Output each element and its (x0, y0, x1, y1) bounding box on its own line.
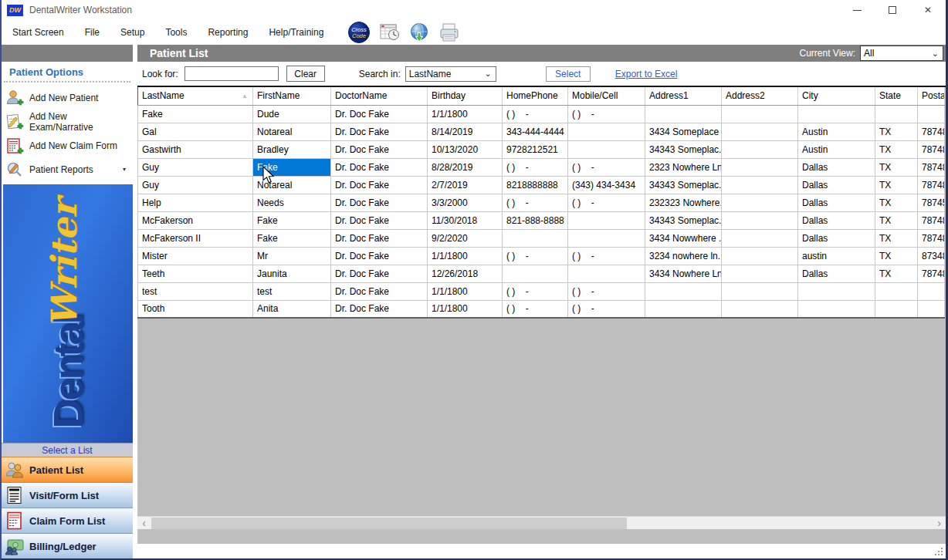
cell[interactable]: TX (875, 229, 918, 247)
cell[interactable] (645, 300, 722, 318)
cell[interactable]: Guy (138, 158, 253, 176)
nav-claim-form-list[interactable]: Claim Form List (2, 508, 133, 533)
sidebar-item-add-new-patient[interactable]: Add New Patient (2, 86, 133, 110)
look-for-input[interactable] (185, 66, 279, 81)
cell[interactable] (568, 123, 645, 140)
cell[interactable]: Dallas (798, 211, 875, 229)
cell[interactable]: Mister (138, 247, 253, 265)
cell[interactable]: Dallas (798, 265, 875, 282)
col-header-firstname[interactable]: FirstName (253, 87, 331, 105)
scrollbar-thumb[interactable] (151, 518, 627, 529)
cell[interactable] (722, 140, 798, 158)
scheduler-icon[interactable] (379, 22, 401, 43)
sidebar-item-patient-reports[interactable]: Patient Reports ▾ (2, 157, 133, 181)
cell[interactable]: ( ) - (568, 300, 645, 318)
cell[interactable]: 78748 (918, 265, 945, 282)
export-to-excel-link[interactable]: Export to Excel (615, 69, 678, 79)
cell[interactable]: 9728212521 (503, 140, 568, 158)
cell[interactable]: test (138, 282, 253, 300)
cell[interactable]: 3434 Someplace ... (645, 123, 722, 140)
cell[interactable]: 3/3/2000 (428, 194, 503, 211)
cell[interactable] (722, 158, 798, 176)
cell[interactable]: Dr. Doc Fake (331, 247, 428, 265)
nav-billing-ledger[interactable]: Billing/Ledger (2, 533, 133, 558)
cell[interactable]: Dallas (798, 194, 875, 211)
menu-setup[interactable]: Setup (120, 27, 144, 38)
cell[interactable]: TX (875, 211, 918, 229)
cell[interactable] (722, 247, 798, 265)
cell[interactable]: TX (875, 265, 918, 282)
cell[interactable]: Gal (138, 123, 253, 140)
cell[interactable]: (343) 434-3434 (568, 176, 645, 194)
cell[interactable]: Austin (798, 123, 875, 140)
cell[interactable] (568, 140, 645, 158)
cell[interactable] (798, 105, 875, 123)
cell[interactable]: 78748 (918, 123, 945, 140)
cell[interactable]: 3434 Nowhere Ln. (645, 265, 722, 282)
cell[interactable]: ( ) - (503, 247, 568, 265)
cell[interactable]: Notareal (253, 123, 331, 140)
cell[interactable]: ( ) - (503, 194, 568, 211)
cell[interactable]: Dr. Doc Fake (331, 176, 428, 194)
col-header-lastname[interactable]: LastName▲ (138, 87, 253, 105)
search-in-select[interactable]: LastName ⌄ (405, 66, 496, 82)
cell[interactable]: 34343 Someplac... (645, 140, 722, 158)
cell[interactable]: TX (875, 140, 918, 158)
cell[interactable]: Help (138, 194, 253, 211)
cell[interactable]: 9/2/2020 (428, 229, 503, 247)
scroll-left-button[interactable]: ‹ (137, 517, 151, 529)
cell[interactable] (722, 105, 798, 123)
cell[interactable]: Dr. Doc Fake (331, 229, 428, 247)
cell[interactable]: TX (875, 123, 918, 140)
minimize-button[interactable] (839, 0, 875, 20)
cell[interactable]: Gastwirth (138, 140, 253, 158)
cell[interactable]: 78748 (918, 176, 945, 194)
cell[interactable]: 232323 Nowhere... (645, 194, 722, 211)
cell[interactable]: austin (798, 247, 875, 265)
cell[interactable] (875, 282, 918, 300)
cell[interactable]: ( ) - (503, 282, 568, 300)
cell[interactable]: Dallas (798, 158, 875, 176)
cell[interactable]: Notareal (253, 176, 331, 194)
cell[interactable]: Dr. Doc Fake (331, 282, 428, 300)
cell[interactable]: ( ) - (568, 194, 645, 211)
cell[interactable]: Dr. Doc Fake (331, 211, 428, 229)
cell[interactable]: TX (875, 247, 918, 265)
cell[interactable]: 34343 Someplac... (645, 176, 722, 194)
sidebar-item-add-new-claim-form[interactable]: Add New Claim Form (2, 133, 133, 157)
menu-file[interactable]: File (85, 27, 100, 38)
cell[interactable] (798, 300, 875, 318)
menu-reporting[interactable]: Reporting (208, 27, 248, 38)
cell[interactable]: TX (875, 194, 918, 211)
cell[interactable]: Tooth (138, 300, 253, 318)
maximize-button[interactable] (875, 0, 910, 20)
cell[interactable] (645, 282, 722, 300)
cell[interactable]: Bradley (253, 140, 331, 158)
cell[interactable]: 78748 (918, 158, 945, 176)
cell[interactable] (568, 229, 645, 247)
cell[interactable]: ( ) - (503, 105, 568, 123)
cell[interactable] (722, 176, 798, 194)
cell[interactable]: ( ) - (503, 158, 568, 176)
cell[interactable]: 3234 nowhere ln. (645, 247, 722, 265)
cell[interactable]: 10/13/2020 (428, 140, 503, 158)
col-header-state[interactable]: State (875, 87, 918, 105)
cell[interactable]: 78745 (918, 194, 945, 211)
menu-help-training[interactable]: Help/Training (269, 27, 323, 38)
cell[interactable]: Austin (798, 140, 875, 158)
menu-start-screen[interactable]: Start Screen (12, 27, 64, 38)
cell[interactable]: test (253, 282, 331, 300)
cell[interactable] (503, 265, 568, 282)
cell[interactable]: 8/14/2019 (428, 123, 503, 140)
cell[interactable]: 821-888-8888 (503, 211, 568, 229)
clear-button[interactable]: Clear (286, 66, 325, 82)
cell[interactable]: 78748 (918, 140, 945, 158)
cell[interactable] (645, 105, 722, 123)
cell[interactable]: Dallas (798, 229, 875, 247)
horizontal-scrollbar[interactable]: ‹ › (137, 516, 946, 529)
col-header-postal[interactable]: Posta (918, 87, 945, 105)
col-header-city[interactable]: City (798, 87, 875, 105)
select-button[interactable]: Select (546, 66, 591, 82)
cell[interactable]: 2/7/2019 (428, 176, 503, 194)
scroll-right-button[interactable]: › (933, 517, 946, 529)
